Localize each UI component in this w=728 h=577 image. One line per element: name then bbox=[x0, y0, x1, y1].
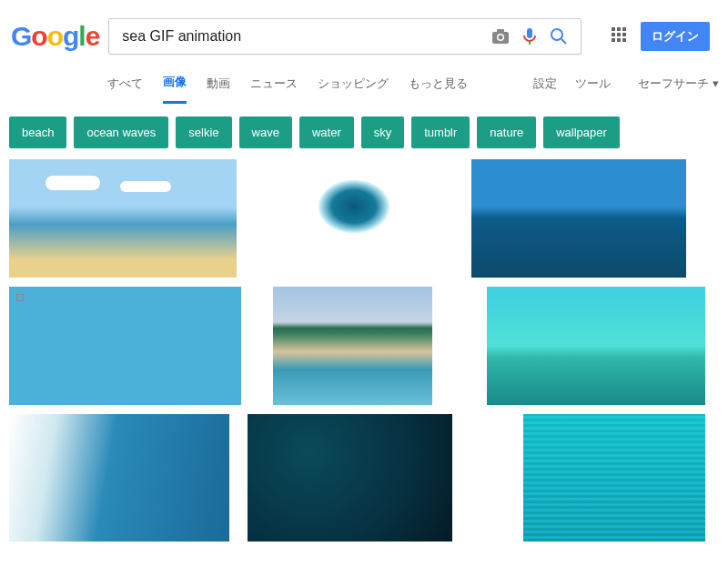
tab-videos[interactable]: 動画 bbox=[207, 65, 230, 103]
related-chips: beach ocean waves selkie wave water sky … bbox=[0, 104, 728, 159]
search-box bbox=[108, 18, 581, 55]
svg-line-7 bbox=[561, 39, 566, 44]
header: Google ログイン bbox=[0, 0, 728, 64]
google-logo[interactable]: Google bbox=[11, 21, 99, 52]
result-row bbox=[9, 414, 719, 542]
search-input[interactable] bbox=[116, 28, 486, 45]
tab-shopping[interactable]: ショッピング bbox=[318, 65, 389, 103]
mic-icon[interactable] bbox=[519, 25, 541, 47]
image-result[interactable] bbox=[9, 414, 229, 542]
result-row bbox=[9, 287, 719, 405]
tab-news[interactable]: ニュース bbox=[250, 65, 298, 103]
chip-nature[interactable]: nature bbox=[477, 116, 536, 148]
chip-sky[interactable]: sky bbox=[361, 116, 405, 148]
tab-images[interactable]: 画像 bbox=[163, 63, 187, 104]
chip-selkie[interactable]: selkie bbox=[176, 116, 231, 148]
tab-more[interactable]: もっと見る bbox=[409, 65, 468, 103]
image-result[interactable] bbox=[9, 287, 241, 405]
nav-tools[interactable]: ツール bbox=[575, 76, 611, 92]
chip-water[interactable]: water bbox=[299, 116, 354, 148]
tab-all[interactable]: すべて bbox=[107, 65, 143, 103]
image-result[interactable] bbox=[248, 414, 452, 542]
chip-wave[interactable]: wave bbox=[239, 116, 292, 148]
image-result[interactable] bbox=[471, 159, 686, 278]
image-results bbox=[0, 159, 728, 542]
safesearch-dropdown[interactable]: セーフサーチ ▾ bbox=[638, 76, 719, 92]
nav-settings[interactable]: 設定 bbox=[533, 76, 557, 92]
image-result[interactable] bbox=[523, 414, 705, 542]
svg-rect-4 bbox=[527, 28, 532, 38]
nav-tabs: すべて 画像 動画 ニュース ショッピング もっと見る 設定 ツール セーフサー… bbox=[0, 64, 728, 104]
image-result[interactable] bbox=[246, 159, 462, 278]
chip-ocean-waves[interactable]: ocean waves bbox=[74, 116, 168, 148]
image-result[interactable] bbox=[273, 287, 432, 405]
safesearch-label: セーフサーチ bbox=[638, 76, 709, 92]
chip-beach[interactable]: beach bbox=[9, 116, 66, 148]
chip-wallpaper[interactable]: wallpaper bbox=[543, 116, 620, 148]
apps-icon[interactable] bbox=[612, 27, 630, 46]
camera-icon[interactable] bbox=[490, 25, 511, 47]
header-right: ログイン bbox=[612, 22, 719, 51]
login-button[interactable]: ログイン bbox=[641, 22, 710, 51]
image-result[interactable] bbox=[487, 287, 705, 405]
search-icon[interactable] bbox=[548, 25, 570, 47]
chip-tumblr[interactable]: tumblr bbox=[411, 116, 470, 148]
svg-point-6 bbox=[551, 29, 562, 40]
svg-point-3 bbox=[499, 35, 503, 40]
svg-rect-1 bbox=[497, 29, 504, 33]
result-row bbox=[9, 159, 719, 278]
chevron-down-icon: ▾ bbox=[713, 76, 719, 90]
image-result[interactable] bbox=[9, 159, 237, 278]
